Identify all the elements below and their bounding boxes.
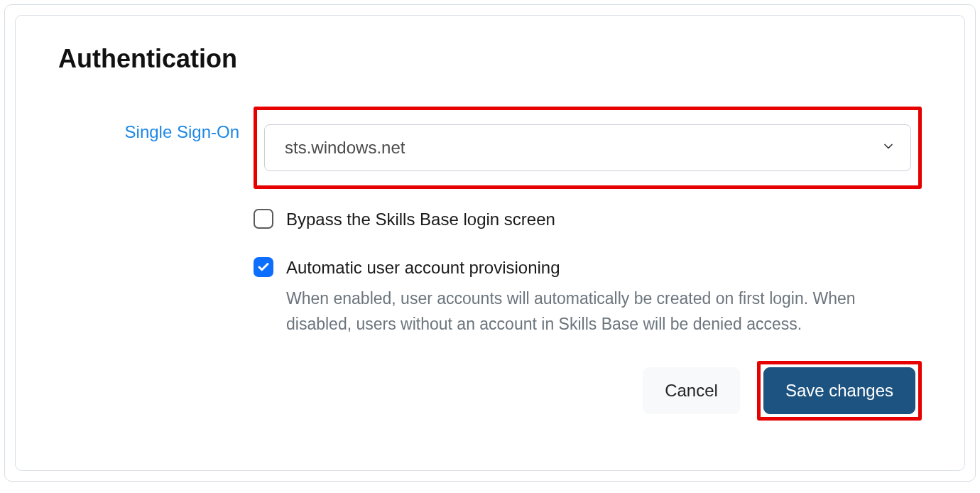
sso-row: Single Sign-On sts.windows.net Bypass th… bbox=[58, 107, 922, 421]
save-button[interactable]: Save changes bbox=[763, 367, 915, 414]
auto-provision-helper: When enabled, user accounts will automat… bbox=[286, 286, 922, 337]
auto-provision-content: Automatic user account provisioning When… bbox=[286, 256, 922, 337]
bypass-label: Bypass the Skills Base login screen bbox=[286, 207, 922, 232]
page-title: Authentication bbox=[58, 44, 922, 74]
bypass-row: Bypass the Skills Base login screen bbox=[254, 207, 922, 232]
auto-provision-checkbox[interactable] bbox=[254, 257, 273, 277]
sso-select[interactable]: sts.windows.net bbox=[264, 124, 911, 171]
outer-container: Authentication Single Sign-On sts.window… bbox=[4, 4, 976, 482]
bypass-checkbox[interactable] bbox=[254, 209, 273, 229]
sso-select-wrapper: sts.windows.net bbox=[264, 124, 911, 171]
cancel-button[interactable]: Cancel bbox=[643, 367, 740, 414]
sso-label-col: Single Sign-On bbox=[58, 107, 254, 142]
auth-section-card: Authentication Single Sign-On sts.window… bbox=[15, 15, 965, 471]
bypass-content: Bypass the Skills Base login screen bbox=[286, 207, 922, 232]
button-row: Cancel Save changes bbox=[254, 361, 922, 421]
sso-control-col: sts.windows.net Bypass the Skills Base l… bbox=[254, 107, 922, 421]
auto-provision-label: Automatic user account provisioning bbox=[286, 256, 922, 280]
sso-link[interactable]: Single Sign-On bbox=[125, 122, 239, 141]
auto-provision-row: Automatic user account provisioning When… bbox=[254, 256, 922, 337]
sso-highlight: sts.windows.net bbox=[254, 107, 922, 189]
save-highlight: Save changes bbox=[757, 361, 922, 421]
